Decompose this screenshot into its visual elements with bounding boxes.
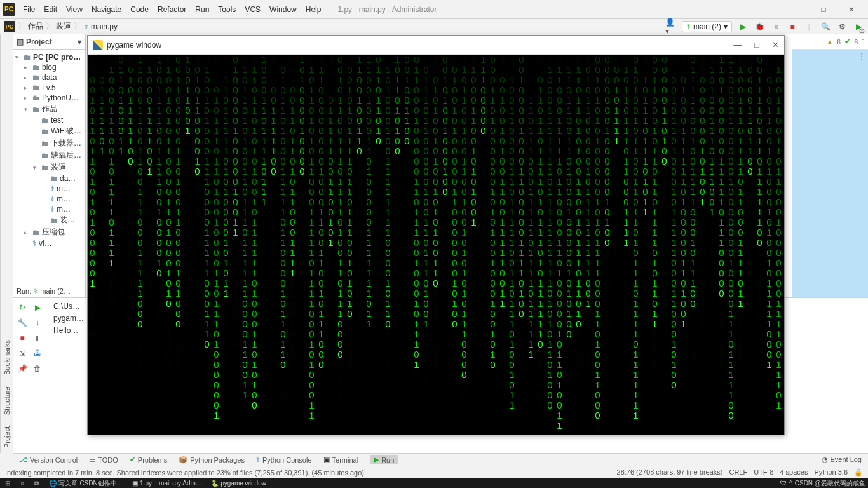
stop-icon[interactable]: ■ bbox=[15, 331, 29, 345]
bottom-tab-python-packages[interactable]: 📦 Python Packages bbox=[179, 456, 245, 464]
bug-icon[interactable]: 🐞 bbox=[754, 21, 765, 32]
tree-item[interactable]: ⚕vi… bbox=[13, 238, 85, 248]
taskbar-item[interactable]: 🌐写文章-CSDN创作中... bbox=[46, 479, 125, 488]
menu-file[interactable]: File bbox=[19, 4, 39, 15]
windows-taskbar: ⊞○⧉🌐写文章-CSDN创作中...▣1.py – main.py Adm...… bbox=[0, 478, 868, 488]
menu-window[interactable]: Window bbox=[266, 4, 301, 15]
tree-item[interactable]: ▾🖿PC [PC pro… bbox=[13, 52, 85, 62]
pin-icon[interactable]: 📌 bbox=[15, 362, 29, 376]
taskbar-item[interactable]: ⧉ bbox=[32, 480, 41, 487]
tree-item[interactable]: ▾🖿作品 bbox=[13, 103, 85, 115]
taskbar-item[interactable]: ⊞ bbox=[3, 480, 13, 487]
layout-icon[interactable]: ⫿ bbox=[31, 331, 44, 345]
caret-position[interactable]: 28:76 (2708 chars, 97 line breaks) bbox=[617, 468, 723, 477]
check-icon[interactable]: ✔ bbox=[844, 37, 850, 46]
python-file-icon: ⚕ bbox=[84, 22, 88, 31]
menu-view[interactable]: View bbox=[62, 4, 86, 15]
taskbar-item[interactable]: ○ bbox=[18, 480, 27, 487]
menu-help[interactable]: Help bbox=[302, 4, 325, 15]
pg-minimize-button[interactable]: — bbox=[733, 40, 742, 50]
coverage-icon[interactable]: ⎈ bbox=[770, 21, 782, 32]
tree-item[interactable]: 🖿test bbox=[13, 115, 85, 125]
wrench-icon[interactable]: 🔧 bbox=[15, 316, 29, 330]
tab-structure[interactable]: Structure bbox=[3, 386, 11, 415]
pg-maximize-button[interactable]: □ bbox=[754, 40, 759, 50]
pygame-titlebar[interactable]: pygame window — □ ✕ bbox=[88, 36, 784, 55]
down-icon[interactable]: ↓ bbox=[31, 316, 44, 330]
close-button[interactable]: ✕ bbox=[837, 1, 865, 18]
taskbar-item[interactable]: 🐍pygame window bbox=[208, 480, 269, 487]
rerun-icon[interactable]: ↻ bbox=[15, 301, 29, 315]
tree-item[interactable]: ⚕m… bbox=[13, 204, 85, 214]
bottom-tab-run[interactable]: ▶ Run bbox=[370, 455, 398, 464]
tab-project[interactable]: Project bbox=[3, 426, 11, 448]
taskbar-item[interactable]: ▣1.py – main.py Adm... bbox=[130, 480, 203, 487]
tree-item[interactable]: ▸🖿压缩包 bbox=[13, 226, 85, 238]
pg-close-button[interactable]: ✕ bbox=[772, 40, 779, 50]
interpreter[interactable]: Python 3.6 bbox=[814, 468, 848, 477]
tree-item[interactable]: ▾🖿装逼 bbox=[13, 161, 85, 173]
crumb-sep: 〉 bbox=[18, 21, 25, 32]
tree-item[interactable]: 🖿装… bbox=[13, 214, 85, 226]
bottom-tab-python-console[interactable]: ⚕ Python Console bbox=[256, 456, 312, 464]
project-header: ▤ Project ▾ bbox=[13, 34, 85, 50]
tray-shield-icon[interactable]: 🛡 bbox=[780, 480, 787, 487]
gear-icon[interactable]: ⚙ bbox=[858, 27, 865, 36]
tree-item[interactable]: 🖿da… bbox=[13, 173, 85, 184]
menu-edit[interactable]: Edit bbox=[40, 4, 61, 15]
tree-item[interactable]: 🖿下载器… bbox=[13, 137, 85, 149]
status-message: Indexing completed in 7 min, 8 sec. Shar… bbox=[5, 469, 364, 477]
pygame-window[interactable]: pygame window — □ ✕ 10001011011010101000… bbox=[87, 35, 785, 435]
minimize-button[interactable]: — bbox=[782, 1, 810, 18]
bottom-tool-tabs: ⎇ Version Control☰ TODO✔ Problems📦 Pytho… bbox=[13, 453, 868, 466]
crumb-sep: 〉 bbox=[46, 21, 53, 32]
tree-item[interactable]: ▸🖿data bbox=[13, 72, 85, 83]
indent[interactable]: 4 spaces bbox=[780, 468, 808, 477]
warning-icon[interactable]: ▲ bbox=[826, 38, 833, 46]
tree-item[interactable]: ⚕m… bbox=[13, 184, 85, 194]
breadcrumb-file[interactable]: main.py bbox=[91, 22, 118, 31]
encoding[interactable]: UTF-8 bbox=[754, 468, 773, 477]
maximize-button[interactable]: □ bbox=[810, 1, 837, 18]
trash-icon[interactable]: 🗑 bbox=[31, 362, 44, 376]
user-icon[interactable]: 👤▾ bbox=[665, 21, 677, 32]
tree-item[interactable]: ▸🖿Lv.5 bbox=[13, 83, 85, 93]
search-icon[interactable]: 🔍 bbox=[820, 21, 831, 32]
menu-vcs[interactable]: VCS bbox=[241, 4, 264, 15]
export-icon[interactable]: ⇲ bbox=[15, 346, 29, 360]
bottom-tab-version-control[interactable]: ⎇ Version Control bbox=[19, 456, 78, 464]
tree-item[interactable]: 🖿WiFi破… bbox=[13, 125, 85, 137]
run-config-selector[interactable]: ⚕ main (2) ▾ bbox=[682, 21, 732, 32]
bottom-tab-terminal[interactable]: ▣ Terminal bbox=[323, 456, 359, 464]
tree-item[interactable]: 🖿缺氧后… bbox=[13, 149, 85, 161]
print-icon[interactable]: 🖶 bbox=[31, 346, 44, 360]
breadcrumb-item[interactable]: 装逼 bbox=[56, 21, 71, 32]
menu-run[interactable]: Run bbox=[191, 4, 213, 15]
play-icon[interactable]: ▶ bbox=[737, 21, 749, 32]
more-icon[interactable]: ⋮ bbox=[858, 52, 865, 61]
menu-tools[interactable]: Tools bbox=[214, 4, 240, 15]
project-view-icon: ▤ bbox=[17, 37, 24, 46]
run-config: main (2… bbox=[40, 287, 71, 295]
event-log-button[interactable]: ◔ Event Log bbox=[822, 456, 862, 464]
project-logo: PC bbox=[4, 21, 15, 32]
line-separator[interactable]: CRLF bbox=[729, 468, 747, 477]
stop-icon[interactable]: ■ bbox=[787, 21, 798, 32]
play-icon[interactable]: ▶ bbox=[31, 301, 44, 315]
bottom-tab-problems[interactable]: ✔ Problems bbox=[130, 456, 167, 464]
window-controls: — □ ✕ bbox=[782, 1, 865, 18]
collapse-icon[interactable]: — bbox=[858, 39, 865, 48]
gear-icon[interactable]: ⚙ bbox=[836, 21, 848, 32]
menu-code[interactable]: Code bbox=[126, 4, 153, 15]
tray-up-icon[interactable]: ^ bbox=[789, 480, 792, 487]
tree-item[interactable]: ▸🖿PythonU… bbox=[13, 93, 85, 103]
breadcrumb-item[interactable]: 作品 bbox=[28, 21, 43, 32]
lock-icon[interactable]: 🔒 bbox=[854, 468, 863, 477]
tree-item[interactable]: ▸🖿blog bbox=[13, 62, 85, 72]
chevron-down-icon[interactable]: ▾ bbox=[78, 37, 81, 46]
tab-bookmarks[interactable]: Bookmarks bbox=[3, 340, 11, 375]
bottom-tab-todo[interactable]: ☰ TODO bbox=[89, 456, 118, 464]
menu-refactor[interactable]: Refactor bbox=[154, 4, 190, 15]
tree-item[interactable]: ⚕m… bbox=[13, 194, 85, 204]
menu-navigate[interactable]: Navigate bbox=[88, 4, 125, 15]
